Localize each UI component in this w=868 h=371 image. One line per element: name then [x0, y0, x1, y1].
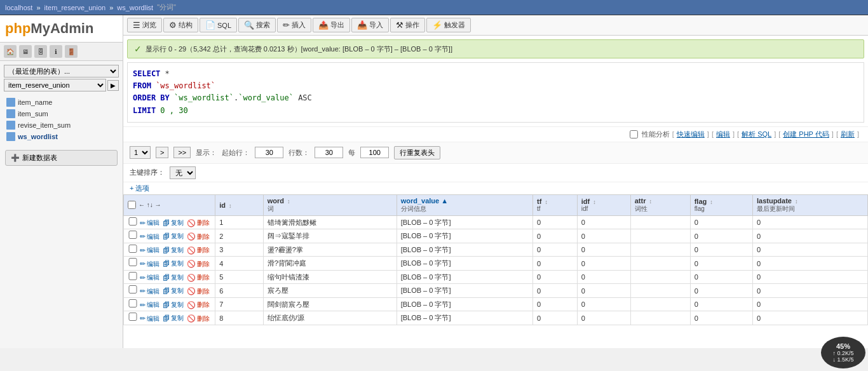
cell-word: 盪?霾盪?掌 [263, 243, 397, 257]
copy-row-button[interactable]: 🗐 复制 [163, 246, 184, 255]
db-go-btn[interactable]: ▶ [107, 80, 119, 91]
pagination-bar: 1 > >> 显示： 起始行： 行数： 每 行重复表头 [123, 142, 868, 164]
col-header-lastupdate[interactable]: lastupdate ↕最后更新时间 [752, 194, 867, 215]
delete-row-button[interactable]: 🚫 删除 [187, 273, 210, 282]
browse-button[interactable]: ☰ 浏览 [127, 18, 162, 32]
edit-row-button[interactable]: ✏ 编辑 [140, 260, 159, 269]
copy-row-button[interactable]: 🗐 复制 [163, 314, 184, 323]
delete-row-button[interactable]: 🚫 删除 [187, 314, 210, 323]
sql-button[interactable]: 📄 SQL [200, 18, 237, 32]
sort-label: 主键排序： [130, 168, 165, 177]
recent-tables-select[interactable]: （最近使用的表）... [4, 65, 119, 78]
row-checkbox[interactable] [128, 231, 138, 239]
structure-button[interactable]: ⚙ 结构 [163, 18, 198, 32]
row-count-input[interactable] [315, 147, 343, 158]
row-checkbox[interactable] [128, 299, 138, 307]
row-checkbox[interactable] [128, 258, 138, 266]
row-actions: ✏ 编辑 🗐 复制 🚫 删除 [124, 257, 215, 271]
cell-word_value: [BLOB – 0 字节] [397, 284, 532, 298]
export-icon: 📤 [318, 20, 329, 30]
table-row: ✏ 编辑 🗐 复制 🚫 删除 7 闊剑箭宸ろ壓 [BLOB – 0 字节] 0 … [124, 297, 868, 311]
delete-row-button[interactable]: 🚫 删除 [187, 246, 210, 255]
col-header-word[interactable]: word ↕ 词 [263, 194, 397, 215]
cell-lastupdate: 0 [752, 229, 867, 243]
import-button[interactable]: 📥 导入 [351, 18, 389, 32]
copy-row-button[interactable]: 🗐 复制 [163, 232, 184, 241]
copy-row-button[interactable]: 🗐 复制 [163, 287, 184, 295]
row-checkbox[interactable] [128, 285, 138, 293]
operations-button[interactable]: ⚒ 操作 [390, 18, 425, 32]
edit-row-button[interactable]: ✏ 编辑 [140, 273, 159, 282]
home-icon[interactable]: 🏠 [4, 45, 17, 58]
start-row-input[interactable] [255, 147, 283, 158]
row-checkbox[interactable] [128, 245, 138, 253]
delete-row-button[interactable]: 🚫 删除 [187, 287, 210, 296]
col-header-idf[interactable]: idf ↕idf [577, 194, 630, 215]
col-header-word_value[interactable]: word_value ▲ 分词信息 [397, 194, 532, 215]
per-input[interactable] [360, 147, 389, 158]
copy-row-button[interactable]: 🗐 复制 [163, 300, 184, 309]
search-button[interactable]: 🔍 搜索 [238, 18, 276, 32]
delete-row-button[interactable]: 🚫 删除 [187, 260, 210, 269]
table-row: ✏ 编辑 🗐 复制 🚫 删除 8 绐怔底仿/源 [BLOB – 0 字节] 0 … [124, 311, 868, 325]
edit-row-button[interactable]: ✏ 编辑 [140, 300, 159, 309]
last-page-button[interactable]: >> [173, 147, 191, 158]
db-select[interactable]: item_reserve_union [4, 79, 106, 91]
edit-row-button[interactable]: ✏ 编辑 [140, 246, 159, 255]
row-checkbox[interactable] [128, 217, 138, 226]
db-icon[interactable]: 🗄 [34, 45, 47, 58]
breadcrumb-table[interactable]: ws_wordlist [117, 4, 153, 11]
sql-editor[interactable]: SELECT * FROM `ws_wordlist` ORDER BY `ws… [127, 62, 864, 123]
refresh-link[interactable]: 刷新 [841, 130, 855, 139]
sort-select[interactable]: 无 [170, 166, 196, 179]
sidebar-item-revise_item_sum[interactable]: revise_item_sum [0, 119, 123, 131]
row-checkbox[interactable] [128, 272, 138, 280]
sql-star: * [165, 69, 170, 78]
col-header-tf[interactable]: tf ↕tf [532, 194, 577, 215]
edit-row-button[interactable]: ✏ 编辑 [140, 233, 159, 241]
edit-link[interactable]: 编辑 [716, 130, 730, 139]
logout-icon[interactable]: 🚪 [65, 45, 78, 58]
repeat-header-button[interactable]: 行重复表头 [394, 146, 440, 159]
delete-row-button[interactable]: 🚫 删除 [187, 233, 210, 241]
sort-arrows: ← ↑↓ → [139, 201, 161, 208]
delete-row-button[interactable]: 🚫 删除 [187, 219, 210, 227]
breadcrumb-db[interactable]: item_reserve_union [44, 4, 106, 11]
copy-row-button[interactable]: 🗐 复制 [163, 273, 184, 282]
server-icon[interactable]: 🖥 [19, 45, 32, 58]
sidebar-item-item_sum[interactable]: item_sum [0, 108, 123, 119]
pencil-icon: ✏ [140, 287, 146, 295]
col-header-flag[interactable]: flag ↕flag [690, 194, 752, 215]
cell-word_value: [BLOB – 0 字节] [397, 270, 532, 284]
performance-analysis-checkbox[interactable] [630, 130, 638, 138]
operations-icon: ⚒ [396, 20, 403, 30]
edit-row-button[interactable]: ✏ 编辑 [140, 314, 159, 323]
delete-row-button[interactable]: 🚫 删除 [187, 300, 210, 309]
sidebar-item-item_name[interactable]: item_name [0, 97, 123, 108]
page-select[interactable]: 1 [130, 146, 151, 159]
sidebar-item-ws_wordlist[interactable]: ws_wordlist [0, 131, 123, 142]
create-php-link[interactable]: 创建 PHP 代码 [783, 130, 829, 139]
export-button[interactable]: 📤 导出 [313, 18, 350, 32]
copy-row-button[interactable]: 🗐 复制 [163, 259, 184, 268]
copy-row-button[interactable]: 🗐 复制 [163, 219, 184, 227]
breadcrumb-host[interactable]: localhost [5, 4, 32, 11]
cell-idf: 0 [577, 311, 630, 325]
cell-lastupdate: 0 [752, 243, 867, 257]
options-row[interactable]: + 选项 [123, 182, 868, 194]
options-label: + 选项 [130, 184, 149, 192]
edit-row-button[interactable]: ✏ 编辑 [140, 219, 159, 227]
sidebar: phpMyAdmin 🏠 🖥 🗄 ℹ 🚪 （最近使用的表）... item_re… [0, 15, 123, 348]
col-header-attr[interactable]: attr ↕词性 [630, 194, 690, 215]
select-all-checkbox[interactable] [128, 201, 136, 209]
row-checkbox[interactable] [128, 313, 138, 321]
edit-row-button[interactable]: ✏ 编辑 [140, 287, 159, 296]
insert-button[interactable]: ✏ 插入 [277, 18, 311, 32]
next-page-button[interactable]: > [156, 147, 168, 158]
explain-sql-link[interactable]: 解析 SQL [742, 130, 771, 139]
quick-edit-link[interactable]: 快速编辑 [677, 130, 705, 139]
col-header-id[interactable]: id ↕ [215, 194, 263, 215]
new-table-button[interactable]: ➕ 新建数据表 [5, 150, 118, 166]
triggers-button[interactable]: ⚡ 触发器 [426, 18, 471, 32]
info-icon[interactable]: ℹ [50, 45, 62, 58]
